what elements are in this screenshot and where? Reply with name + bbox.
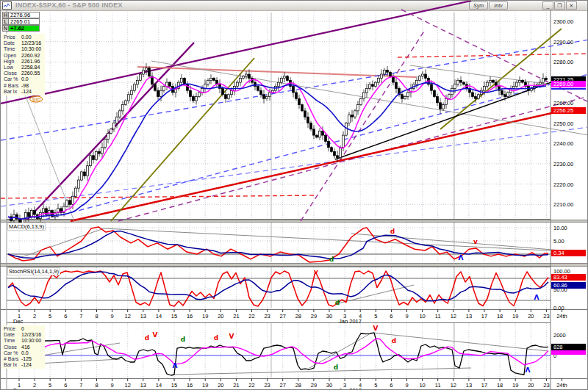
x-axis-day-label: 2: [33, 313, 36, 319]
x-axis-day-label: 16: [187, 313, 193, 319]
data-window-row: High2261.96: [4, 59, 43, 65]
x-axis-day-label: 9: [405, 313, 408, 319]
signal-annotation: V: [373, 325, 379, 332]
data-window-row: Close2260.55: [4, 71, 43, 76]
data-window-row: Low2258.84: [4, 65, 43, 71]
x-axis-day-label: 6: [390, 382, 392, 389]
signal-annotation: d: [329, 256, 334, 263]
data-window-row: Car %0.0: [4, 76, 43, 82]
breadth-trendline: [173, 368, 471, 375]
x-axis-day-label: 8: [95, 382, 98, 389]
x-axis-month-label: Dec: [13, 318, 23, 325]
x-axis-day-label: 20: [528, 313, 534, 319]
x-axis-day-label: 13: [466, 313, 472, 319]
x-axis-day-label: 17: [481, 313, 487, 319]
data-window-row: Bar Ix-124: [4, 89, 43, 95]
x-axis-day-label: 13: [466, 382, 472, 389]
price-axis-label: 2220.00: [553, 181, 573, 188]
signal-annotation: d: [392, 337, 396, 344]
quote-value: 2276.96: [9, 12, 40, 18]
x-axis-day-label: 19: [512, 313, 518, 319]
x-axis-day-label: 28: [295, 382, 301, 389]
x-axis-day-label: 18: [497, 382, 503, 389]
x-axis-day-label: 24th: [556, 313, 567, 319]
x-axis-day-label: 23: [543, 382, 549, 389]
price-axis-label: 2280.00: [553, 59, 573, 65]
signal-annotation: d: [390, 228, 395, 235]
quote-value: 2265.01: [9, 18, 40, 25]
x-axis-day-label: 8: [95, 313, 98, 319]
quote-value: +7.62: [9, 25, 40, 32]
x-axis-day-label: 19: [202, 382, 208, 389]
trendline: [137, 67, 416, 77]
x-axis-day-label: 5: [49, 382, 51, 389]
chart-window: INDEX-$SPX,60 - S&P 500 INDEX Sym Intv _…: [0, 0, 588, 390]
x-axis-day-label: 22: [248, 382, 254, 389]
signal-annotation: Λ: [173, 362, 178, 369]
x-axis-month-label: Jan 2017: [339, 387, 362, 390]
breadth-trendline: [372, 333, 548, 351]
signal-annotation: Λ: [534, 294, 539, 301]
price-axis-label: 2230.00: [553, 161, 573, 167]
x-axis-day-label: 14: [156, 313, 162, 319]
data-window-row: # Bars-125: [4, 356, 43, 362]
signal-annotation: v: [314, 268, 318, 275]
data-window-row: Close416: [4, 344, 43, 350]
x-axis-day-label: 27: [280, 382, 286, 389]
x-axis-day-label: 11: [435, 382, 441, 389]
data-window-row: Price0.00: [4, 35, 43, 40]
x-axis-day-label: 10: [419, 382, 425, 389]
ma-fast-line: [8, 76, 546, 219]
x-axis-day-label: 6: [64, 382, 67, 389]
x-axis-day-label: 12: [451, 382, 456, 389]
signal-annotation: d: [145, 334, 149, 342]
stochrsi-axis-label: 0.00: [553, 305, 564, 311]
x-axis-day-label: 7: [79, 382, 82, 389]
x-axis-day-label: 29: [311, 382, 317, 389]
price-axis-label: 2240.00: [553, 140, 573, 147]
x-axis-day-label: 6: [390, 313, 392, 319]
price-axis-label: 2260.00: [553, 100, 573, 106]
signal-annotation: v: [473, 238, 478, 245]
x-axis-day-label: 22: [248, 313, 254, 319]
x-axis-day-label: 28: [295, 313, 301, 319]
price-axis-label: 2290.00: [553, 39, 573, 46]
x-axis-day-label: 23: [264, 313, 270, 319]
signal-annotation: V: [153, 331, 158, 339]
x-axis-day-label: 10: [419, 313, 425, 319]
price-axis-label: 2210.00: [553, 201, 573, 208]
x-axis-day-label: 20: [528, 382, 534, 389]
data-window-row: Time10:30:00: [4, 338, 43, 344]
data-window-row: Date12/23/16: [4, 40, 43, 46]
x-axis-day-label: 23: [543, 313, 549, 319]
quote-box: H2276.96L2265.01N+7.62: [2, 12, 40, 32]
x-axis-day-label: 19: [512, 382, 518, 389]
x-axis-day-label: 9: [405, 382, 408, 389]
data-window-row: Bar Ix-124: [4, 362, 43, 368]
x-axis-day-label: 21: [233, 382, 239, 389]
macd-panel-label: MACD(6,13,9): [7, 223, 46, 231]
x-axis-day-label: 15: [171, 382, 177, 389]
x-axis-day-label: 12: [451, 313, 456, 319]
macd-axis-label: 5.00: [553, 238, 564, 245]
chart-plot-area[interactable]: [1, 1, 588, 390]
price-axis-label: 2250.00: [553, 120, 573, 127]
x-axis-day-label: 5: [374, 313, 377, 319]
x-axis-day-label: 20: [218, 382, 223, 389]
x-axis-day-label: 30: [326, 382, 332, 389]
x-axis-month-label: Dec: [13, 387, 23, 390]
quote-key: N: [2, 25, 9, 32]
x-axis-day-label: 20: [218, 313, 223, 319]
x-axis-day-label: 27: [280, 313, 286, 319]
data-window-row: Open2260.92: [4, 53, 43, 59]
data-window-row: # Bars-98: [4, 83, 43, 89]
quote-row: H2276.96: [2, 12, 40, 18]
x-axis-day-label: 16: [187, 382, 193, 389]
x-axis-day-label: 5: [374, 382, 377, 389]
x-axis-day-label: 5: [49, 313, 51, 319]
breadth-line: [39, 333, 548, 375]
x-axis-day-label: 9: [111, 313, 114, 319]
signal-annotation: d: [335, 299, 340, 306]
x-axis-day-label: 13: [140, 313, 146, 319]
quote-row: N+7.62: [2, 25, 40, 32]
